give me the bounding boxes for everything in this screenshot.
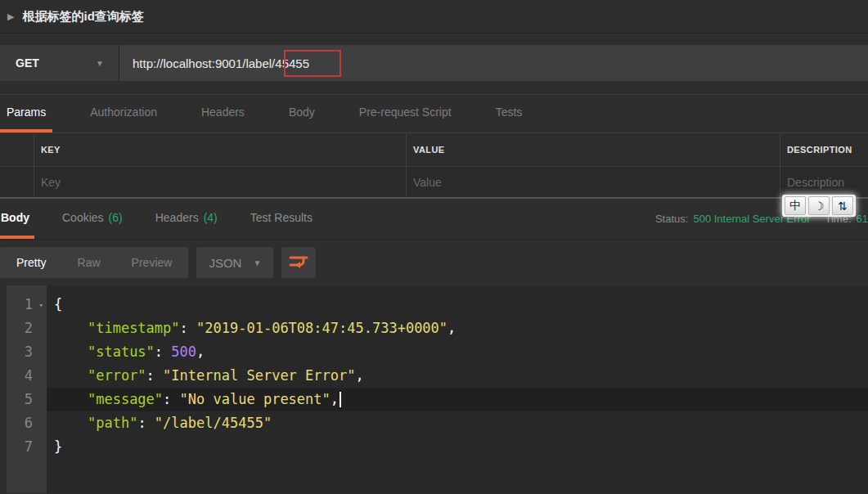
value-input[interactable]: Value: [407, 167, 780, 197]
url-highlighted-text: 45455: [275, 56, 309, 70]
fold-arrow-icon[interactable]: ▾: [39, 294, 43, 317]
code-text: "status": 500,: [47, 340, 868, 364]
method-dropdown[interactable]: GET ▼: [0, 45, 119, 81]
status-label: Status:: [655, 213, 688, 225]
cookies-count-badge: (6): [109, 211, 123, 224]
pretty-button[interactable]: Pretty: [16, 256, 47, 269]
code-line[interactable]: 6 "path": "/label/45455": [0, 411, 868, 435]
format-dropdown[interactable]: JSON ▼: [196, 247, 273, 278]
chevron-down-icon: ▼: [253, 258, 261, 267]
wrap-text-icon: [288, 254, 309, 272]
tab-response-headers[interactable]: Headers (4): [151, 199, 223, 239]
headers-count-badge: (4): [204, 211, 218, 224]
code-text: "message": "No value present",: [47, 388, 868, 411]
url-text: http://localhost:9001/label/: [133, 56, 275, 70]
postman-window: ▶ 根据标签的id查询标签 GET ▼ http://localhost:900…: [0, 0, 868, 494]
method-label: GET: [16, 56, 39, 70]
line-number: 6: [0, 411, 47, 435]
row-handle-cell: [0, 167, 34, 197]
url-input[interactable]: http://localhost:9001/label/45455: [119, 45, 868, 81]
tab-label: Authorization: [90, 106, 157, 119]
format-label: JSON: [209, 256, 241, 270]
key-input[interactable]: Key: [34, 167, 407, 197]
description-column-header: DESCRIPTION: [780, 133, 868, 166]
tab-body[interactable]: Body: [282, 95, 322, 132]
row-handle-column: [0, 133, 34, 166]
request-title-bar: ▶ 根据标签的id查询标签: [0, 0, 868, 34]
tab-authorization[interactable]: Authorization: [83, 95, 164, 132]
time-value[interactable]: 61: [857, 213, 868, 225]
params-table-header: KEY VALUE DESCRIPTION: [0, 133, 868, 166]
collapse-arrow-icon[interactable]: ▶: [7, 11, 14, 22]
text-cursor: [340, 392, 341, 407]
chevron-down-icon: ▼: [96, 59, 104, 68]
tab-label: Body: [1, 211, 29, 224]
key-column-header: KEY: [34, 133, 407, 166]
ime-chinese-mode-icon[interactable]: 中: [785, 196, 806, 215]
request-tabs: Params Authorization Headers Body Pre-re…: [0, 95, 868, 132]
tab-label: Headers: [155, 211, 199, 224]
code-text: }: [47, 435, 868, 459]
tab-params[interactable]: Params: [0, 95, 52, 132]
code-line[interactable]: 7}: [0, 435, 868, 459]
tab-label: Test Results: [250, 211, 313, 224]
params-table: KEY VALUE DESCRIPTION Key Value Descript…: [0, 132, 868, 197]
tab-label: Body: [289, 106, 315, 119]
tab-label: Headers: [201, 106, 245, 119]
tab-headers[interactable]: Headers: [195, 95, 251, 132]
value-column-header: VALUE: [407, 133, 780, 166]
description-input[interactable]: Description: [780, 167, 868, 197]
line-number: 2: [0, 317, 47, 340]
tab-test-results[interactable]: Test Results: [245, 199, 317, 239]
request-title: 根据标签的id查询标签: [22, 9, 143, 25]
response-header: Body Cookies (6) Headers (4) Test Result…: [0, 199, 868, 240]
ime-halfwidth-moon-icon[interactable]: ☽: [808, 196, 830, 215]
request-url-bar: GET ▼ http://localhost:9001/label/45455: [0, 45, 868, 81]
line-number: 5: [0, 388, 47, 411]
raw-button[interactable]: Raw: [78, 256, 101, 269]
response-tabs: Body Cookies (6) Headers (4) Test Result…: [0, 199, 317, 239]
code-line[interactable]: 5 "message": "No value present",: [0, 388, 868, 411]
response-viewer-toolbar: Pretty Raw Preview JSON ▼: [0, 240, 868, 285]
ime-width-toggle-icon[interactable]: ⇅: [832, 196, 853, 215]
tab-label: Params: [7, 106, 46, 119]
wrap-text-button[interactable]: [281, 247, 316, 278]
tab-label: Pre-request Script: [359, 106, 452, 119]
code-text: "error": "Internal Server Error",: [47, 364, 868, 388]
code-line[interactable]: 2 "timestamp": "2019-01-06T08:47:45.733+…: [0, 317, 868, 340]
params-table-row: Key Value Description: [0, 166, 868, 197]
response-body-editor[interactable]: 1▾{2 "timestamp": "2019-01-06T08:47:45.7…: [0, 285, 868, 493]
line-number: 3: [0, 340, 47, 364]
code-text: "timestamp": "2019-01-06T08:47:45.733+00…: [47, 317, 868, 340]
tab-cookies[interactable]: Cookies (6): [57, 199, 128, 239]
ime-toolbar: 中 ☽ ⇅: [782, 195, 856, 217]
line-number: 1▾: [0, 293, 47, 317]
line-number: 4: [0, 364, 47, 388]
line-number: 7: [0, 435, 47, 459]
tab-label: Cookies: [62, 211, 104, 224]
code-lines: 1▾{2 "timestamp": "2019-01-06T08:47:45.7…: [0, 293, 868, 459]
tab-response-body[interactable]: Body: [0, 199, 34, 239]
preview-button[interactable]: Preview: [132, 256, 173, 269]
code-line[interactable]: 3 "status": 500,: [0, 340, 868, 364]
view-mode-group: Pretty Raw Preview: [0, 247, 188, 278]
tab-tests[interactable]: Tests: [489, 95, 529, 132]
code-text: "path": "/label/45455": [47, 411, 868, 435]
code-line[interactable]: 1▾{: [0, 293, 868, 317]
code-text: {: [47, 293, 868, 317]
tab-label: Tests: [496, 106, 523, 119]
tab-pre-request-script[interactable]: Pre-request Script: [353, 95, 458, 132]
code-line[interactable]: 4 "error": "Internal Server Error",: [0, 364, 868, 388]
